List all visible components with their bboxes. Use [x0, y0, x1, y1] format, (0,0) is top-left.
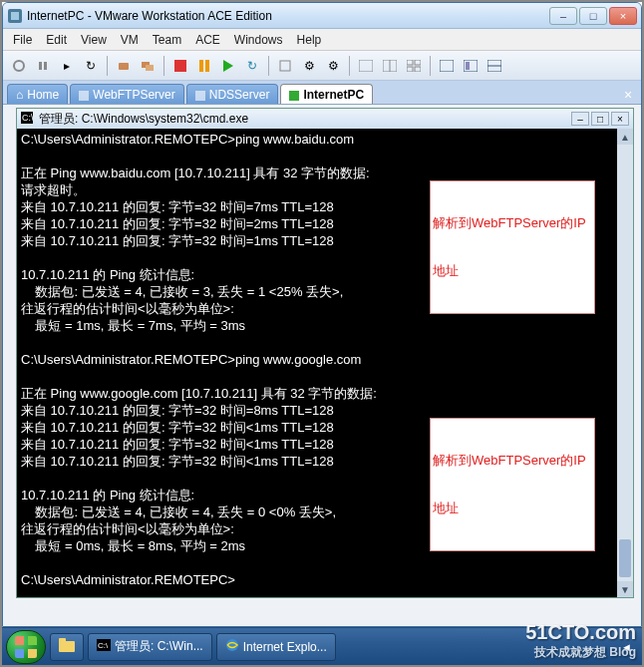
- grab-input-icon[interactable]: [275, 56, 295, 76]
- window-title: InternetPC - VMware Workstation ACE Edit…: [27, 9, 549, 23]
- toolbar-divider: [163, 56, 164, 76]
- cmd-title-bar[interactable]: C:\ 管理员: C:\Windows\system32\cmd.exe – □…: [17, 109, 633, 129]
- svg-rect-25: [79, 91, 89, 101]
- tab-label: NDSServer: [209, 88, 270, 102]
- reset-icon[interactable]: ↻: [81, 56, 101, 76]
- svg-rect-1: [11, 12, 19, 20]
- system-tray[interactable]: ◄: [621, 641, 638, 653]
- annotation-text: 解析到WebFTPServer的IP: [433, 453, 592, 469]
- view-summary-icon[interactable]: [380, 56, 400, 76]
- svg-rect-5: [119, 63, 129, 70]
- gear-icon[interactable]: ⚙: [299, 56, 319, 76]
- svg-rect-19: [415, 67, 421, 72]
- cmd-icon: C:\: [21, 112, 35, 126]
- vm-on-icon: [79, 90, 89, 100]
- title-bar[interactable]: InternetPC - VMware Workstation ACE Edit…: [3, 3, 641, 29]
- svg-rect-12: [280, 61, 290, 71]
- ie-icon: [225, 638, 239, 655]
- quickswitch-icon[interactable]: [484, 56, 504, 76]
- cmd-output[interactable]: C:\Users\Administrator.REMOTEPC>ping www…: [17, 129, 633, 597]
- tab-home[interactable]: ⌂ Home: [7, 84, 68, 104]
- taskbar-item-label: Internet Explo...: [243, 640, 327, 654]
- windows-logo-icon: [15, 636, 37, 658]
- svg-rect-18: [407, 67, 413, 72]
- svg-rect-20: [440, 60, 454, 72]
- maximize-button[interactable]: □: [579, 7, 607, 25]
- menu-file[interactable]: File: [13, 33, 32, 47]
- tab-label: Home: [27, 88, 59, 102]
- svg-rect-3: [39, 62, 42, 70]
- stop-icon[interactable]: [170, 56, 190, 76]
- tab-label: InternetPC: [303, 88, 364, 102]
- app-icon: [7, 8, 23, 24]
- pause-icon[interactable]: [194, 56, 214, 76]
- menu-edit[interactable]: Edit: [46, 33, 67, 47]
- tray-chevron-icon[interactable]: ◄: [621, 641, 632, 653]
- menu-vm[interactable]: VM: [121, 33, 139, 47]
- taskbar: C:\ 管理员: C:\Win... Internet Explo... ◄: [2, 627, 642, 665]
- vm-on-icon: [195, 90, 205, 100]
- svg-rect-17: [415, 60, 421, 65]
- start-button[interactable]: [6, 630, 46, 664]
- folder-icon: [59, 638, 75, 655]
- toolbar-divider: [430, 56, 431, 76]
- cmd-close-button[interactable]: ×: [611, 112, 629, 126]
- svg-rect-31: [59, 638, 66, 643]
- poweron-icon[interactable]: ▸: [57, 56, 77, 76]
- play-icon[interactable]: [218, 56, 238, 76]
- cmd-title-text: 管理员: C:\Windows\system32\cmd.exe: [39, 111, 571, 128]
- cmd-icon: C:\: [97, 639, 111, 654]
- svg-rect-7: [146, 65, 154, 71]
- cmd-max-button[interactable]: □: [591, 112, 609, 126]
- snapshot-icon[interactable]: [114, 56, 134, 76]
- scroll-up-icon[interactable]: ▲: [617, 129, 633, 145]
- minimize-button[interactable]: –: [549, 7, 577, 25]
- svg-rect-8: [174, 60, 186, 72]
- home-icon: ⌂: [16, 88, 23, 102]
- snapshot-manager-icon[interactable]: [138, 56, 158, 76]
- tab-ndsserver[interactable]: NDSServer: [186, 84, 279, 104]
- svg-rect-16: [407, 60, 413, 65]
- suspend-icon[interactable]: [33, 56, 53, 76]
- taskbar-item-ie[interactable]: Internet Explo...: [216, 633, 336, 661]
- vm-on-icon: [289, 90, 299, 100]
- toolbar-divider: [349, 56, 350, 76]
- menu-ace[interactable]: ACE: [195, 33, 220, 47]
- close-button[interactable]: ×: [609, 7, 637, 25]
- svg-marker-11: [223, 60, 233, 72]
- scroll-down-icon[interactable]: ▼: [617, 581, 633, 597]
- svg-rect-10: [205, 60, 209, 72]
- unity-icon[interactable]: [461, 56, 481, 76]
- gear2-icon[interactable]: ⚙: [323, 56, 343, 76]
- tab-strip: ⌂ Home WebFTPServer NDSServer InternetPC…: [3, 81, 641, 105]
- tab-webftpserver[interactable]: WebFTPServer: [70, 84, 183, 104]
- svg-rect-9: [199, 60, 203, 72]
- menu-team[interactable]: Team: [153, 33, 181, 47]
- svg-point-2: [14, 61, 24, 71]
- fullscreen-icon[interactable]: [437, 56, 457, 76]
- cmd-scrollbar[interactable]: ▲ ▼: [617, 129, 633, 597]
- view-tile-icon[interactable]: [404, 56, 424, 76]
- cmd-min-button[interactable]: –: [571, 112, 589, 126]
- power-off-icon[interactable]: [9, 56, 29, 76]
- taskbar-item-cmd[interactable]: C:\ 管理员: C:\Win...: [88, 633, 212, 661]
- menu-view[interactable]: View: [81, 33, 107, 47]
- scroll-thumb[interactable]: [619, 539, 631, 577]
- annotation-text: 地址: [433, 263, 592, 279]
- view-console-icon[interactable]: [356, 56, 376, 76]
- toolbar-divider: [107, 56, 108, 76]
- cmd-window: C:\ 管理员: C:\Windows\system32\cmd.exe – □…: [16, 108, 634, 598]
- menu-bar: File Edit View VM Team ACE Windows Help: [3, 29, 641, 51]
- svg-rect-4: [44, 62, 47, 70]
- menu-windows[interactable]: Windows: [234, 33, 283, 47]
- taskbar-item-folder[interactable]: [50, 633, 84, 661]
- tab-close-button[interactable]: ×: [619, 86, 637, 104]
- toolbar: ▸ ↻ ↻ ⚙ ⚙: [3, 51, 641, 81]
- svg-rect-26: [195, 91, 205, 101]
- restart-icon[interactable]: ↻: [242, 56, 262, 76]
- annotation-2: 解析到WebFTPServer的IP 地址: [430, 418, 595, 551]
- annotation-1: 解析到WebFTPServer的IP 地址: [430, 180, 595, 314]
- menu-help[interactable]: Help: [297, 33, 322, 47]
- tab-internetpc[interactable]: InternetPC: [280, 84, 373, 104]
- svg-rect-27: [289, 91, 299, 101]
